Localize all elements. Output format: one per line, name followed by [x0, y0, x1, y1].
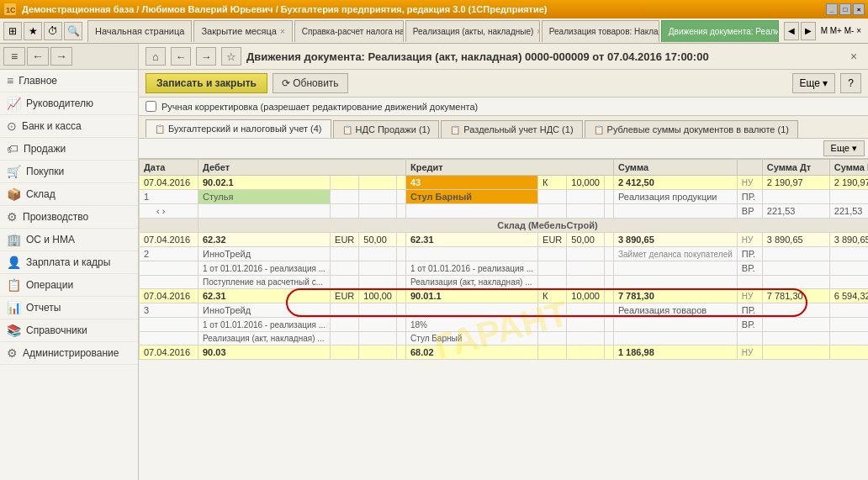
favorites-icon[interactable]: ★	[24, 22, 42, 40]
sidebar-item-glavnoe[interactable]: ≡ Главное	[0, 70, 138, 92]
cell-p12	[829, 276, 868, 289]
cell-inno1[interactable]: ИнноТрейд	[198, 247, 331, 261]
cell-p8	[604, 276, 613, 289]
close-btn[interactable]: ×	[853, 3, 865, 15]
cell-p11	[762, 276, 829, 289]
cell-kredit-h[interactable]: 62.31	[405, 233, 537, 247]
table-row: Поступление на расчетный с... Реализация…	[140, 276, 869, 289]
tab-accounting[interactable]: 📋 Бухгалтерский и налоговый учет (4)	[146, 119, 331, 138]
sidebar-item-admin[interactable]: ⚙ Администрирование	[0, 342, 138, 365]
sidebar-item-os[interactable]: 🏢 ОС и НМА	[0, 229, 138, 251]
cell-e3	[359, 204, 397, 219]
tab-vat-separate[interactable]: 📋 Раздельный учет НДС (1)	[441, 120, 582, 138]
search-icon[interactable]: 🔍	[64, 22, 82, 40]
sidebar-item-bank[interactable]: ⊙ Банк и касса	[0, 115, 138, 138]
cell-d4-3	[359, 345, 397, 360]
manual-edit-checkbox[interactable]	[146, 101, 156, 112]
sidebar-forward-btn[interactable]: →	[50, 47, 72, 66]
cell-d3-1[interactable]: 62.31	[198, 289, 331, 303]
cell-r3	[359, 261, 397, 276]
help-button[interactable]: ?	[840, 73, 861, 93]
star-btn[interactable]: ☆	[221, 47, 241, 66]
tab-realization[interactable]: Реализация (акты, накладные)×	[405, 20, 540, 42]
more-button[interactable]: Еще ▾	[792, 73, 836, 93]
cell-rs6	[538, 303, 567, 318]
cell-real1[interactable]: 1 от 01.01.2016 - реализация ...	[198, 261, 331, 276]
sidebar-item-prodazhi[interactable]: 🏷 Продажи	[0, 138, 138, 161]
save-close-button[interactable]: Записать и закрыть	[146, 73, 267, 93]
cell-inno2[interactable]: ИнноТрейд	[198, 303, 331, 318]
cell-rss7	[567, 318, 605, 332]
cell-summa: 2 412,50	[613, 176, 737, 190]
sidebar-collapse-btn[interactable]: ≡	[3, 47, 25, 66]
cell-i3	[359, 247, 397, 261]
back-nav-btn[interactable]: ←	[171, 47, 191, 66]
cell-group: Склад (МебельСтрой)	[198, 219, 869, 233]
cell-p7	[567, 276, 605, 289]
sidebar-item-otchety[interactable]: 📊 Отчеты	[0, 297, 138, 319]
update-button[interactable]: ⟳ Обновить	[273, 73, 348, 93]
cell-rss-k[interactable]: 18%	[405, 318, 537, 332]
cell-real3[interactable]: Реализация (акт, накладная) ...	[405, 276, 537, 289]
tabs-left-btn[interactable]: ◀	[784, 22, 799, 40]
apps-icon[interactable]: ⊞	[3, 22, 22, 40]
cell-rss-d[interactable]: 1 от 01.01.2016 - реализация ...	[198, 318, 331, 332]
movements-table: Дата Дебет Кредит Сумма Сумма Дт Сумма К…	[139, 159, 868, 360]
forward-nav-btn[interactable]: →	[196, 47, 216, 66]
minimize-btn[interactable]: _	[826, 3, 838, 15]
tab-goods[interactable]: Реализация товаров: Накладная 0000-00000…	[542, 20, 659, 42]
tabs-right-btn[interactable]: ▶	[801, 22, 816, 40]
cell-k4[interactable]: 68.02	[405, 345, 537, 360]
history-icon[interactable]: ⏱	[44, 22, 62, 40]
cell-post[interactable]: Поступление на расчетный с...	[198, 276, 331, 289]
cell-rss11	[762, 318, 829, 332]
cell-kredit[interactable]: 43	[405, 176, 537, 190]
cell-s2	[829, 247, 868, 261]
cell-k3-1[interactable]: 90.01.1	[405, 289, 537, 303]
cell-debet-amt: 50,00	[359, 233, 397, 247]
cell-s1	[762, 247, 829, 261]
tab-movements[interactable]: Движения документа: Реализация (акт, нак…	[661, 20, 779, 42]
cell-debet-h[interactable]: 62.32	[198, 233, 331, 247]
cell-d4-2	[331, 345, 359, 360]
table-row: 1 от 01.01.2016 - реализация ... 18% ВР.	[140, 318, 869, 332]
cell-rss12	[829, 318, 868, 332]
table-row: 1 Стулья Стул Барный Реализация продукци…	[140, 190, 869, 204]
sidebar-item-rukovoditelyu[interactable]: 📈 Руководителю	[0, 92, 138, 115]
cell-rsss-d[interactable]: Реализация (акт, накладная) ...	[198, 332, 331, 345]
tab-tax-calc[interactable]: Справка-расчет налога на прибыль за Апре…	[294, 20, 404, 42]
cell-d3-amt: 100,00	[359, 289, 397, 303]
cell-rsss-k[interactable]: Стул Барный	[405, 332, 537, 345]
sidebar-item-proizvodstvo[interactable]: ⚙ Производство	[0, 206, 138, 229]
sidebar-back-btn[interactable]: ←	[27, 47, 49, 66]
checkbox-label: Ручная корректировка (разрешает редактир…	[161, 102, 478, 112]
cell-sub-kredit[interactable]: Стул Барный	[405, 190, 537, 204]
cell-d4[interactable]: 90.03	[198, 345, 331, 360]
doc-close-btn[interactable]: ×	[846, 49, 861, 64]
cell-num: 1	[140, 190, 198, 204]
sidebar-item-sklad[interactable]: 📦 Склад	[0, 183, 138, 206]
tab-vat-sales[interactable]: 📋 НДС Продажи (1)	[333, 120, 440, 138]
tab-home[interactable]: Начальная страница	[87, 20, 192, 42]
restore-btn[interactable]: □	[839, 3, 851, 15]
hr-icon: 👤	[7, 256, 21, 269]
table-more-button[interactable]: Еще ▾	[823, 140, 865, 156]
cell-sub-debet[interactable]: Стулья	[198, 190, 331, 204]
home-nav-btn[interactable]: ⌂	[146, 47, 166, 66]
cell-vr2: ВР.	[737, 261, 762, 276]
purchases-icon: 🛒	[7, 165, 21, 178]
reference-icon: 📚	[7, 324, 21, 337]
sidebar-item-zarplata[interactable]: 👤 Зарплата и кадры	[0, 251, 138, 274]
sidebar-item-spravochniki[interactable]: 📚 Справочники	[0, 319, 138, 342]
cell-rsss11	[762, 332, 829, 345]
cell-rsss12	[829, 332, 868, 345]
cell-debet[interactable]: 90.02.1	[198, 176, 331, 190]
sidebar-item-pokupki[interactable]: 🛒 Покупки	[0, 161, 138, 183]
cell-real2[interactable]: 1 от 01.01.2016 - реализация ...	[405, 261, 537, 276]
operations-icon: 📋	[7, 278, 21, 292]
tab-close-month[interactable]: Закрытие месяца×	[193, 20, 292, 42]
tab-currency[interactable]: 📋 Рублевые суммы документов в валюте (1)	[585, 120, 798, 138]
cell-vr-sdt: 221,53	[762, 204, 829, 219]
sidebar-item-operacii[interactable]: 📋 Операции	[0, 274, 138, 297]
cell-rss3	[359, 318, 397, 332]
